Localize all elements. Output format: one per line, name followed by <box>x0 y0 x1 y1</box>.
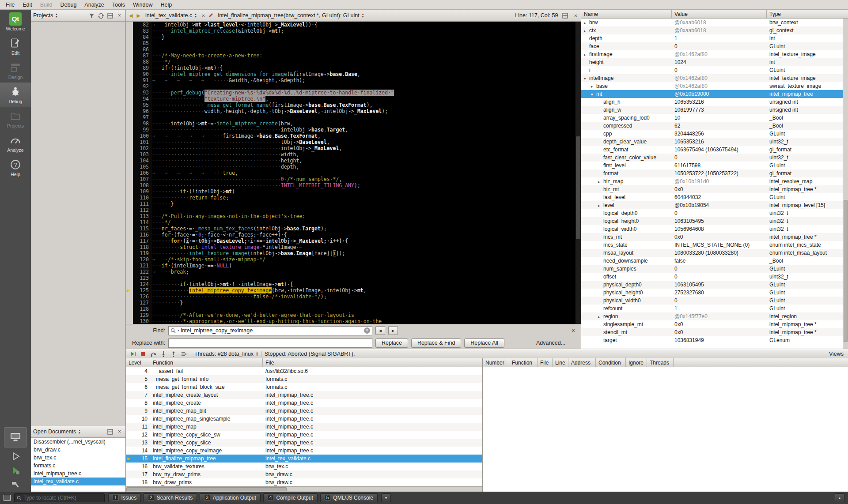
code-line[interactable]: → → → → → ···true, <box>152 170 575 176</box>
breakpoint-gutter-cell[interactable] <box>126 108 133 114</box>
find-input[interactable] <box>181 327 362 334</box>
locals-row-brw[interactable]: ▸brw@0xaab6018brw_context <box>581 19 843 26</box>
mode-debug[interactable]: Debug <box>0 83 31 107</box>
locals-row-logical_depth0[interactable]: logical_depth00uint32_t <box>581 209 843 217</box>
breakpoint-gutter-cell[interactable] <box>126 96 133 102</box>
code-line[interactable]: ····*/ <box>152 219 575 226</box>
step-over-button[interactable] <box>149 350 157 357</box>
expand-arrow-icon[interactable]: ▸ <box>584 19 589 26</box>
stack-row-14[interactable]: 14intel_miptree_copy_teximageintel_mipma… <box>126 447 482 455</box>
code-line[interactable]: → ·/*·skip·too·small·size·mipmap·*/ <box>152 256 575 263</box>
breakpoint-gutter-cell[interactable] <box>126 226 133 232</box>
breakpoint-gutter-cell[interactable] <box>126 28 133 34</box>
stop-debugger-button[interactable] <box>139 350 147 357</box>
run-button[interactable] <box>0 449 31 463</box>
breakpoints-column-line[interactable]: Line <box>553 358 568 367</box>
breakpoint-gutter-cell[interactable] <box>126 114 133 120</box>
code-line[interactable]: ···/*·May·need·to·create·a·new·tree: <box>152 53 575 59</box>
maximize-output-icon[interactable]: ▴ <box>835 493 844 502</box>
column-header-name[interactable]: Name <box>581 10 672 18</box>
code-line[interactable]: ······perf_debug("Creating·new·%s·%dx%dx… <box>152 90 575 96</box>
breakpoint-gutter-cell[interactable] <box>126 22 133 28</box>
locals-row-hiz_map[interactable]: ▸hiz_map@0x10b191d0intel_resolve_map <box>581 177 843 185</box>
code-line[interactable]: ·················_mesa_get_format_name(f… <box>152 102 575 108</box>
breakpoint-gutter-cell[interactable] <box>126 158 133 164</box>
split-icon[interactable] <box>106 428 114 436</box>
menu-analyze[interactable]: Analyze <box>80 1 108 9</box>
locals-row-refcount[interactable]: refcount1GLuint <box>581 305 843 312</box>
code-line[interactable]: ···if·(intelImage·==·NULL) <box>152 263 575 269</box>
mode-projects[interactable]: Projects <box>0 107 31 131</box>
projects-tree[interactable] <box>31 22 125 426</box>
stack-row-4[interactable]: 4__assert_fail/usr/lib32/libc.so.6 <box>126 367 482 375</box>
locals-row-physical_height0[interactable]: physical_height02752327680GLuint <box>581 289 843 297</box>
locals-row-physical_depth0[interactable]: physical_depth01063105495GLuint <box>581 281 843 289</box>
menu-edit[interactable]: Edit <box>19 1 36 9</box>
stack-row-15[interactable]: ▶15intel_finalize_mipmap_treeintel_tex_v… <box>126 455 482 463</box>
locals-row-depth[interactable]: depth1int <box>581 34 843 42</box>
code-line[interactable]: ······intel_miptree_release(&intelObj->m… <box>152 28 575 34</box>
mode-welcome[interactable]: QtWelcome <box>0 10 31 34</box>
projects-panel-title[interactable]: Projects <box>33 12 53 19</box>
code-line[interactable]: ·················"texture·miptree.\n", <box>152 96 575 102</box>
breakpoint-gutter-cell[interactable] <box>126 77 133 83</box>
locals-row-target[interactable]: target1036831949GLenum <box>581 336 843 344</box>
output-pane-compile-output[interactable]: 4Compile Output <box>263 493 318 502</box>
scrollbar-thumb[interactable] <box>576 136 580 239</box>
code-line[interactable]: ···if·(!intelObj->mt)·{ <box>152 65 575 71</box>
code-line[interactable]: ···/*·Pull·in·any·images·not·in·the·obje… <box>152 213 575 219</box>
breakpoints-column-address[interactable]: Address <box>568 358 596 367</box>
output-pane-qml-js-console[interactable]: 5QML/JS Console <box>320 493 378 502</box>
stack-horizontal-scrollbar[interactable] <box>126 486 482 492</box>
column-header-value[interactable]: Value <box>672 10 767 18</box>
column-header-function[interactable]: Function <box>150 358 263 367</box>
output-pane-menu-icon[interactable]: ▾ <box>381 493 391 502</box>
mode-analyze[interactable]: Analyze <box>0 131 31 155</box>
open-doc-item[interactable]: brw_draw.c <box>31 446 125 454</box>
stack-row-10[interactable]: 10intel_miptree_map_singlesampleintel_mi… <box>126 415 482 423</box>
breakpoint-gutter-cell[interactable] <box>126 145 133 151</box>
breakpoint-gutter-cell[interactable] <box>126 151 133 158</box>
split-editor-icon[interactable] <box>561 12 569 19</box>
locals-row-cpp[interactable]: cpp3204448256GLuint <box>581 130 843 138</box>
open-doc-item[interactable]: Disassembler (...rnel_vsyscall) <box>31 438 125 446</box>
find-next-button[interactable]: ▶ <box>388 326 398 335</box>
go-forward-icon[interactable]: ▶ <box>136 13 141 19</box>
symbol-dropdown[interactable]: intel_finalize_mipmap_tree(brw_context *… <box>216 12 365 19</box>
code-line[interactable]: ······intelObj->mt·=·intel_miptree_creat… <box>152 120 575 127</box>
code-line[interactable]: ·········struct·intel_texture_image·*int… <box>152 244 575 250</box>
split-icon[interactable] <box>106 12 114 19</box>
mode-design[interactable]: Design <box>0 58 31 83</box>
locals-row-height[interactable]: height1024int <box>581 58 843 66</box>
advanced-button[interactable]: Advanced... <box>536 340 565 346</box>
build-button[interactable] <box>0 478 31 492</box>
mode-help[interactable]: ?Help <box>0 155 31 180</box>
sync-icon[interactable] <box>97 12 105 19</box>
breakpoint-gutter-cell[interactable] <box>126 263 133 269</box>
locals-row-fast_clear_color_value[interactable]: fast_clear_color_value0uint32_t <box>581 154 843 162</box>
output-pane-application-output[interactable]: 3Application Output <box>200 493 261 502</box>
stack-row-9[interactable]: 9intel_miptree_map_blitintel_mipmap_tree… <box>126 407 482 415</box>
clear-find-icon[interactable]: × <box>364 327 370 334</box>
breakpoints-column-file[interactable]: File <box>538 358 553 367</box>
close-find-bar-icon[interactable]: × <box>572 327 575 334</box>
code-line[interactable]: ········································… <box>152 164 575 170</box>
expand-arrow-icon[interactable]: ▸ <box>598 178 603 185</box>
code-line[interactable]: ············return·false; <box>152 195 575 201</box>
menu-help[interactable]: Help <box>156 1 176 9</box>
locals-row-stencil_mt[interactable]: stencil_mt0x0intel_mipmap_tree * <box>581 328 843 336</box>
locals-row-need_downsample[interactable]: need_downsamplefalse_Bool <box>581 257 843 265</box>
code-line[interactable]: ····*/ <box>152 59 575 65</box>
stack-row-6[interactable]: 6_mesa_get_format_block_sizeformats.c <box>126 383 482 391</box>
step-into-button[interactable] <box>159 350 167 357</box>
code-line[interactable]: ············intel_texture_image(intelObj… <box>152 250 575 256</box>
breakpoint-gutter-cell[interactable] <box>126 219 133 226</box>
expand-arrow-icon[interactable]: ▸ <box>584 27 589 34</box>
locals-row-mt[interactable]: ▾mt@0x10b19000intel_mipmap_tree <box>581 90 843 98</box>
debug-run-button[interactable] <box>0 463 31 478</box>
code-line[interactable]: ······} <box>152 201 575 207</box>
breakpoint-gutter-cell[interactable] <box>126 232 133 238</box>
views-menu-button[interactable]: Views <box>829 351 845 357</box>
locals-row-logical_height0[interactable]: logical_height01063105495uint32_t <box>581 217 843 225</box>
breakpoint-gutter-cell[interactable] <box>126 83 133 90</box>
